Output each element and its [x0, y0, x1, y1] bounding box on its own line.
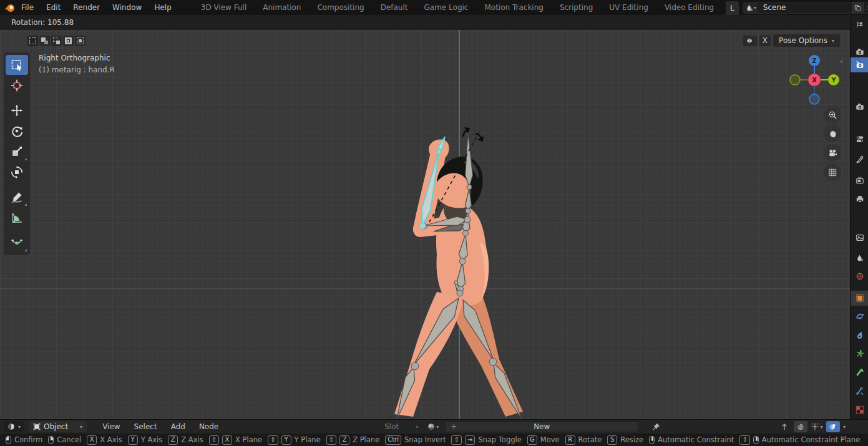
scene-icon: [745, 4, 753, 12]
chevron-down-icon: ▾: [843, 424, 846, 430]
zoom-icon[interactable]: [824, 106, 841, 124]
key-icon: Y: [128, 435, 138, 445]
bone-constraint-icon[interactable]: [851, 384, 868, 398]
menu-window[interactable]: Window: [106, 0, 148, 15]
texture-checker-icon[interactable]: [851, 403, 868, 417]
menu-help[interactable]: Help: [148, 0, 177, 15]
workspace-tab-partial[interactable]: L: [726, 1, 739, 15]
image-stack-icon[interactable]: [851, 231, 868, 245]
status-bar-modal-keymap: ConfirmCancelXX AxisYY AxisZZ Axis⇧XX Pl…: [0, 434, 868, 446]
camera-icon[interactable]: [851, 100, 868, 114]
statusbar-item-rotate: RRotate: [565, 435, 602, 445]
statusbar-item-automatic-constraint-plane: ⇧Automatic Constraint Plane: [739, 435, 860, 445]
statusbar-item-y-plane: ⇧YY Plane: [268, 435, 321, 445]
workspace-tab-motion-tracking[interactable]: Motion Tracking: [476, 0, 551, 15]
menu-file[interactable]: File: [15, 0, 40, 15]
rmb-mouse-icon: [48, 436, 54, 444]
menu-view[interactable]: View: [95, 422, 127, 431]
viewport-3d[interactable]: X Pose Options ▾ Right Orthographic (1) …: [0, 30, 850, 419]
topbar: File Edit Render Window Help 3D View Ful…: [0, 0, 868, 15]
chevron-down-icon: ▾: [416, 424, 418, 430]
workspace-tab-animation[interactable]: Animation: [255, 0, 309, 15]
workspace-tab-game-logic[interactable]: Game Logic: [416, 0, 477, 15]
statusbar-item-resize: SResize: [607, 435, 643, 445]
mmb-mouse-icon: [649, 436, 655, 444]
properties-tab-rail: [850, 15, 868, 419]
overlay-ball-icon[interactable]: [826, 421, 840, 432]
snail-icon[interactable]: [794, 421, 807, 432]
viewport-header: Rotation: 105.88: [0, 15, 850, 30]
statusbar-item-confirm: Confirm: [6, 435, 42, 444]
workspace-tab-compositing[interactable]: Compositing: [309, 0, 372, 15]
workspace-tab-default[interactable]: Default: [373, 0, 416, 15]
menu-select[interactable]: Select: [127, 422, 164, 431]
camera-view-icon[interactable]: [824, 144, 841, 162]
grid-ortho-icon[interactable]: [824, 163, 841, 181]
key-icon: G: [527, 435, 537, 445]
new-material-button[interactable]: + New: [445, 421, 638, 432]
navigation-gizmo[interactable]: Z X Y: [789, 54, 840, 106]
editor-type-icon[interactable]: [851, 17, 868, 31]
bone-icon[interactable]: [851, 366, 868, 379]
posed-character[interactable]: [0, 30, 850, 419]
shader-editor-header: ▾ Object ▾ View Select Add Node Slot ▾ ▾…: [0, 419, 868, 434]
tool-wrench-icon[interactable]: [851, 153, 868, 167]
object-square-icon[interactable]: [851, 291, 868, 306]
statusbar-item-y-axis: YY Axis: [128, 435, 163, 445]
scene-tv-icon[interactable]: [851, 173, 868, 187]
gizmo-neg-y-axis: [790, 75, 800, 85]
shader-type-dropdown[interactable]: Object ▾: [29, 421, 87, 432]
key-icon: ⇧: [268, 435, 278, 445]
scene-drop-icon[interactable]: [851, 251, 868, 264]
menu-edit[interactable]: Edit: [40, 0, 67, 15]
key-icon: Y: [281, 435, 291, 445]
statusbar-item-automatic-constraint: Automatic Constraint: [649, 435, 734, 444]
menu-render[interactable]: Render: [67, 0, 106, 15]
world-icon[interactable]: [851, 269, 868, 283]
render-camera-icon[interactable]: [851, 45, 868, 59]
chevron-down-icon: ▾: [436, 424, 439, 430]
workspace-tab-video-editing[interactable]: Video Editing: [656, 0, 722, 15]
statusbar-item-z-plane: ⇧ZZ Plane: [326, 435, 379, 445]
key-icon: ⇧: [451, 435, 461, 445]
physics-icon[interactable]: [851, 309, 868, 323]
unlink-scene-button[interactable]: ×: [864, 2, 868, 13]
workspace-tab-uv-editing[interactable]: UV Editing: [601, 0, 656, 15]
mmb-mouse-icon: [753, 436, 759, 444]
key-icon: ⇧: [326, 435, 336, 445]
constraints-icon[interactable]: [851, 328, 868, 342]
pin-icon[interactable]: [652, 422, 661, 431]
printer-icon[interactable]: [851, 192, 868, 206]
blender-window: File Edit Render Window Help 3D View Ful…: [0, 0, 868, 446]
gizmo-y-label: Y: [831, 77, 836, 84]
editor-type-button[interactable]: ▾: [4, 421, 24, 432]
statusbar-item-x-plane: ⇧XX Plane: [209, 435, 262, 445]
scene-name[interactable]: Scene: [758, 3, 852, 12]
new-scene-button[interactable]: [852, 2, 864, 13]
workspace-tab-scripting[interactable]: Scripting: [552, 0, 601, 15]
parent-tree-icon[interactable]: [778, 421, 791, 432]
scene-selector[interactable]: ▾ Scene ×: [743, 2, 868, 14]
output-camera-icon[interactable]: [851, 57, 868, 72]
snap-node-icon[interactable]: ▾: [810, 421, 824, 432]
workspace-tabs: 3D View FullAnimationCompositingDefaultG…: [193, 0, 722, 15]
pan-hand-icon[interactable]: [824, 125, 841, 142]
gizmo-z-label: Z: [812, 57, 816, 64]
shader-ball-icon: [7, 422, 16, 431]
object-square-icon: [33, 423, 41, 430]
armature-runner-icon[interactable]: [851, 347, 868, 361]
menu-node[interactable]: Node: [192, 422, 225, 431]
toggles-icon[interactable]: [851, 132, 868, 146]
sidebar-collapse-arrow[interactable]: ‹: [840, 57, 842, 65]
lmb-mouse-icon: [6, 436, 11, 444]
key-icon: Z: [339, 435, 349, 445]
menu-add[interactable]: Add: [164, 422, 192, 431]
slot-dropdown[interactable]: Slot ▾: [384, 422, 418, 431]
material-ball-icon[interactable]: [427, 422, 436, 431]
rotation-status: Rotation: 105.88: [11, 18, 74, 27]
statusbar-item-x-axis: XX Axis: [87, 435, 122, 445]
workspace-tab-3d-view-full[interactable]: 3D View Full: [193, 0, 255, 15]
key-icon: S: [607, 435, 617, 445]
key-icon: X: [87, 435, 97, 445]
key-icon: Ctrl: [385, 435, 401, 445]
